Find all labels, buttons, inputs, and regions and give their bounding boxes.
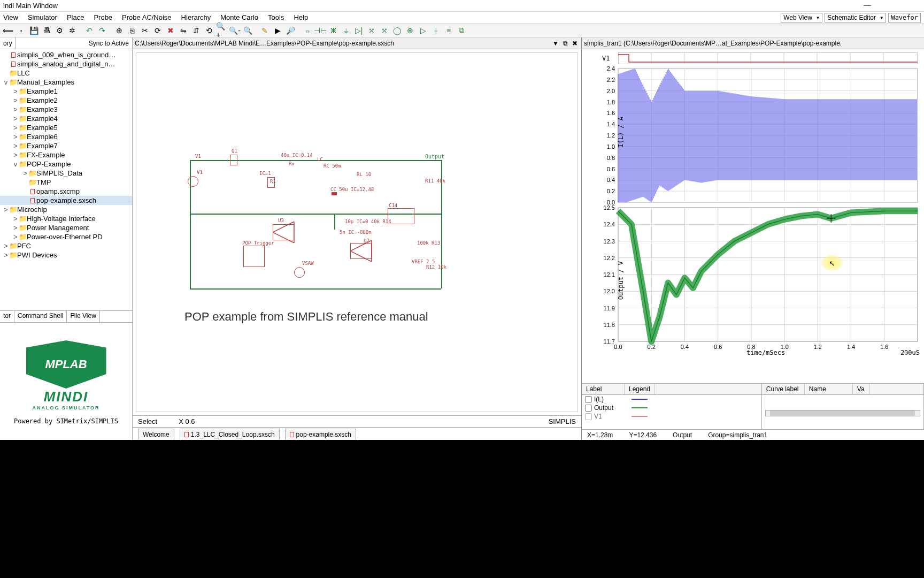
menu-place[interactable]: Place: [67, 13, 84, 21]
legend-name: I(L): [594, 396, 626, 403]
menu-help[interactable]: Help: [294, 13, 308, 21]
web-view-combo[interactable]: Web View ▾: [781, 13, 822, 22]
tree-item[interactable]: >📁 Example4: [0, 114, 132, 123]
tree-item[interactable]: >📁 Example6: [0, 132, 132, 141]
new-icon[interactable]: ▫: [15, 25, 27, 36]
tree-item[interactable]: v📁 POP-Example: [0, 159, 132, 169]
diode-icon[interactable]: ▷|: [353, 25, 365, 36]
undo-icon[interactable]: ↶: [83, 25, 95, 36]
tline-icon[interactable]: ≡: [443, 25, 455, 36]
tab-llc-closed-loop[interactable]: 1.3_LLC_Closed_Loop.sxsch: [180, 429, 280, 440]
tree-item[interactable]: >📁 PWI Devices: [0, 250, 132, 260]
tree-item[interactable]: 📁 LLC: [0, 69, 132, 78]
refresh-icon[interactable]: ⟳: [152, 25, 164, 36]
menu-tools[interactable]: Tools: [268, 13, 284, 21]
tree-item[interactable]: v📁 Manual_Examples: [0, 78, 132, 87]
zoom-fit-icon[interactable]: 🔍: [242, 25, 253, 36]
tree-item[interactable]: >📁 High-Voltage Interface: [0, 214, 132, 223]
sidebar-header-left[interactable]: ory: [0, 37, 16, 49]
sync-to-active-button[interactable]: Sync to Active: [16, 37, 132, 49]
minimize-button[interactable]: —: [857, 1, 878, 11]
source-icon[interactable]: ◯: [391, 25, 403, 36]
sidebar-tab-command-shell[interactable]: Command Shell: [14, 311, 67, 322]
folder-icon: 📁: [19, 105, 27, 113]
menu-hierarchy[interactable]: Hierarchy: [181, 13, 211, 21]
inductor-icon[interactable]: ⵥ: [327, 25, 339, 36]
npn-icon[interactable]: ⤱: [366, 25, 378, 36]
tree-item[interactable]: pop-example.sxsch: [0, 196, 132, 205]
zoom-out-icon[interactable]: 🔍-: [229, 25, 241, 36]
legend-row[interactable]: Output: [582, 404, 761, 412]
vsource-icon[interactable]: ⊕: [404, 25, 416, 36]
menu-simulator[interactable]: Simulator: [28, 13, 57, 21]
tree-item[interactable]: simplis_009_when_is_ground…: [0, 50, 132, 59]
run-icon[interactable]: ▶: [272, 25, 283, 36]
tree-item[interactable]: >📁 Example3: [0, 105, 132, 114]
sidebar-tab-file-view[interactable]: File View: [67, 311, 99, 322]
tree-item[interactable]: 📁 TMP: [0, 178, 132, 187]
xfmr-icon[interactable]: ⧉: [456, 25, 467, 36]
tree-item[interactable]: >📁 SIMPLIS_Data: [0, 169, 132, 178]
curve-scrollbar[interactable]: [765, 410, 920, 416]
pnp-icon[interactable]: ⤲: [379, 25, 390, 36]
capacitor-icon[interactable]: ⊣⊢: [314, 25, 326, 36]
mirror-icon[interactable]: ⇋: [178, 25, 189, 36]
menu-probe-ac-noise[interactable]: Probe AC/Noise: [122, 13, 172, 21]
v1-plot[interactable]: [618, 52, 918, 64]
close-button[interactable]: [899, 1, 921, 11]
back-icon[interactable]: ⟸: [2, 25, 14, 36]
opamp-icon[interactable]: ▷: [417, 25, 429, 36]
tree-item[interactable]: >📁 PFC: [0, 241, 132, 250]
schematic-canvas[interactable]: V1 V1 Q1 40u IC=0.14 Rx LC RC 50m RL 10 …: [136, 52, 578, 412]
tree-item[interactable]: >📁 Example5: [0, 123, 132, 132]
settings-icon[interactable]: ⚙: [53, 25, 65, 36]
cut-icon[interactable]: ✂: [139, 25, 151, 36]
redo-icon[interactable]: ↷: [96, 25, 108, 36]
tree-item[interactable]: >📁 Power Management: [0, 223, 132, 232]
print-icon[interactable]: 🖶: [41, 25, 52, 36]
output-plot[interactable]: 11.711.811.912.012.112.212.312.412.50.00…: [618, 208, 918, 341]
tree-item[interactable]: opamp.sxcmp: [0, 187, 132, 196]
tree-item[interactable]: >📁 FX-Example: [0, 150, 132, 159]
tree-item[interactable]: simplis_analog_and_digital_n…: [0, 59, 132, 69]
rotate-icon[interactable]: ⟲: [203, 25, 215, 36]
tab-pop-example[interactable]: pop-example.sxsch: [285, 429, 356, 440]
tree-item[interactable]: >📁 Example1: [0, 87, 132, 96]
menu-probe[interactable]: Probe: [94, 13, 112, 21]
switch-icon[interactable]: ⟊: [430, 25, 442, 36]
waveform-combo[interactable]: Wavefor: [888, 13, 921, 22]
wire-icon[interactable]: ✎: [259, 25, 271, 36]
zoom-in-icon[interactable]: 🔍+: [216, 25, 228, 36]
legend-row[interactable]: V1: [582, 412, 761, 421]
legend-checkbox[interactable]: [585, 405, 592, 412]
il-plot[interactable]: 0.00.20.40.60.81.01.21.41.61.82.02.22.4: [618, 69, 918, 202]
powered-by-label: Powered by SIMetrix/SIMPLIS: [14, 417, 118, 425]
folder-icon: 📁: [10, 78, 17, 86]
add-icon[interactable]: ⊕: [113, 25, 125, 36]
ground-icon[interactable]: ⏚: [340, 25, 352, 36]
file-tree[interactable]: simplis_009_when_is_ground… simplis_anal…: [0, 49, 132, 310]
legend-checkbox[interactable]: [585, 396, 592, 403]
netlist-icon[interactable]: ✲: [66, 25, 78, 36]
legend-checkbox[interactable]: [585, 413, 592, 420]
delete-icon[interactable]: ✖: [165, 25, 176, 36]
resistor-icon[interactable]: ⏛: [302, 25, 313, 36]
tab-welcome[interactable]: Welcome: [138, 429, 174, 440]
schematic-editor-combo[interactable]: Schematic Editor ▾: [825, 13, 886, 22]
tree-item[interactable]: >📁 Power-over-Ethernet PD: [0, 232, 132, 241]
tree-item[interactable]: >📁 Example7: [0, 141, 132, 150]
schematic-close-icon[interactable]: ✖: [571, 40, 579, 47]
search-icon[interactable]: 🔎: [284, 25, 296, 36]
menu-monte-carlo[interactable]: Monte Carlo: [220, 13, 258, 21]
schematic-pin-icon[interactable]: ⧉: [561, 40, 569, 47]
maximize-button[interactable]: [878, 1, 899, 11]
schematic-dropdown-icon[interactable]: ▼: [551, 40, 560, 47]
save-icon[interactable]: 💾: [28, 25, 40, 36]
sidebar-tab-navigator[interactable]: tor: [0, 311, 14, 322]
legend-row[interactable]: I(L): [582, 395, 761, 404]
menu-view[interactable]: View: [3, 13, 18, 21]
tree-item[interactable]: >📁 Example2: [0, 96, 132, 105]
flip-icon[interactable]: ⇵: [190, 25, 202, 36]
tree-item[interactable]: >📁 Microchip: [0, 205, 132, 214]
copy-icon[interactable]: ⎘: [126, 25, 138, 36]
